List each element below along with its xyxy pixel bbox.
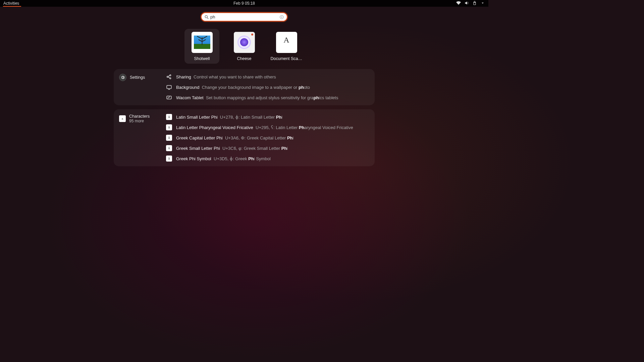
- search-icon: [204, 15, 209, 19]
- svg-point-0: [205, 15, 207, 18]
- settings-sharing-result[interactable]: Sharing Control what you want to share w…: [166, 74, 369, 80]
- app-shotwell[interactable]: Shotwell: [184, 29, 219, 64]
- character-result[interactable]: Latin Small Letter Phi U+278, ɸ: Latin S…: [166, 114, 369, 120]
- result-title: Greek Small Letter Phi: [176, 146, 220, 151]
- background-icon: [166, 84, 172, 90]
- wacom-icon: [166, 95, 172, 101]
- app-label: Shotwell: [194, 56, 210, 61]
- application-results: Shotwell Cheese A Document Scan…: [0, 29, 488, 64]
- character-glyph-icon: [166, 156, 172, 162]
- activities-underline: [3, 6, 21, 7]
- settings-background-result[interactable]: Background Change your background image …: [166, 84, 369, 90]
- share-icon: [166, 74, 172, 80]
- svg-rect-18: [167, 96, 171, 99]
- result-title: Latin Small Letter Phi: [176, 115, 218, 120]
- character-result[interactable]: Greek Small Letter Phi U+3C6, φ: Greek S…: [166, 145, 369, 151]
- search-input[interactable]: [209, 14, 279, 19]
- top-bar: Activities Feb 9 05:18: [0, 0, 488, 7]
- result-title: Latin Letter Pharyngeal Voiced Fricative: [176, 125, 253, 130]
- app-label: Cheese: [237, 56, 251, 61]
- app-cheese[interactable]: Cheese: [227, 29, 262, 64]
- svg-line-7: [202, 36, 207, 39]
- character-result[interactable]: Greek Phi Symbol U+3D5, ϕ: Greek Phi Sym…: [166, 156, 369, 162]
- svg-line-6: [197, 36, 202, 39]
- volume-icon[interactable]: [464, 1, 469, 6]
- settings-results-card: Settings Sharing Control what you want t…: [114, 69, 375, 105]
- result-title: Sharing: [176, 74, 191, 79]
- search-box[interactable]: [201, 12, 287, 21]
- character-glyph-icon: [166, 114, 172, 120]
- provider-label: Characters: [129, 114, 150, 119]
- cheese-icon: [234, 32, 255, 53]
- result-title: Wacom Tablet: [176, 95, 204, 100]
- result-title: Greek Phi Symbol: [176, 156, 211, 161]
- clear-search-icon[interactable]: [279, 15, 284, 19]
- network-icon[interactable]: [456, 1, 461, 6]
- document-scanner-icon: A: [276, 32, 297, 53]
- character-result[interactable]: Greek Capital Letter Phi U+3A6, Φ: Greek…: [166, 135, 369, 141]
- svg-line-9: [202, 40, 206, 42]
- character-glyph-icon: [166, 145, 172, 151]
- svg-line-13: [168, 75, 170, 76]
- provider-label: Settings: [130, 75, 145, 80]
- settings-wacom-result[interactable]: Wacom Tablet Set button mappings and adj…: [166, 95, 369, 101]
- svg-line-8: [199, 40, 202, 42]
- character-glyph-icon: [166, 135, 172, 141]
- characters-results-card: â Characters 95 more Latin Small Letter …: [114, 109, 375, 166]
- characters-icon: â: [119, 115, 126, 122]
- app-document-scanner[interactable]: A Document Scan…: [269, 29, 304, 64]
- app-label: Document Scan…: [271, 56, 303, 61]
- provider-sublabel: 95 more: [129, 119, 150, 123]
- settings-provider[interactable]: Settings: [119, 74, 145, 81]
- character-glyph-icon: [166, 124, 172, 130]
- result-title: Greek Capital Letter Phi: [176, 135, 223, 140]
- system-menu-caret-icon[interactable]: [480, 1, 485, 6]
- result-title: Background: [176, 85, 199, 90]
- activities-button[interactable]: Activities: [2, 0, 20, 6]
- clock[interactable]: Feb 9 05:18: [233, 1, 255, 6]
- character-result[interactable]: Latin Letter Pharyngeal Voiced Fricative…: [166, 124, 369, 130]
- svg-line-14: [168, 77, 170, 78]
- shotwell-icon: [192, 32, 213, 53]
- characters-provider[interactable]: â Characters 95 more: [119, 114, 150, 123]
- settings-icon: [119, 74, 126, 81]
- battery-icon[interactable]: [472, 1, 477, 6]
- svg-rect-15: [167, 85, 171, 89]
- svg-line-1: [207, 17, 209, 19]
